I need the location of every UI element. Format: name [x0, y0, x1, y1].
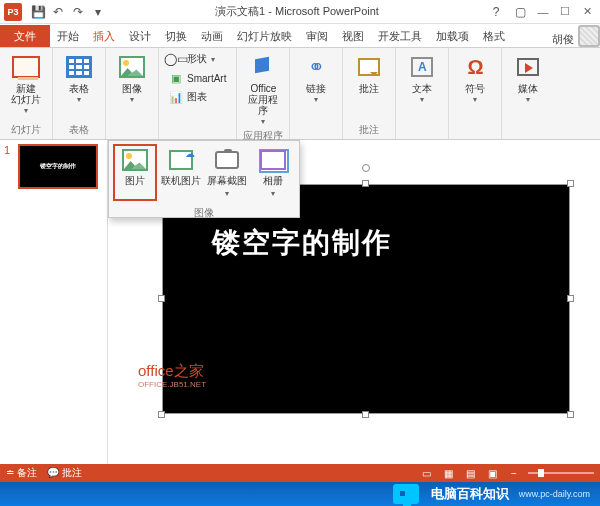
link-button[interactable]: ⚭ 链接 ▾ — [296, 50, 336, 106]
group-illustrations: ◯▭ 形状▾ ▣ SmartArt 📊 图表 — [159, 48, 237, 139]
thumbnail-text: 镂空字的制作 — [40, 162, 76, 171]
user-avatar[interactable] — [578, 25, 600, 47]
group-label-images — [112, 136, 152, 137]
banner-title: 电脑百科知识 — [431, 485, 509, 503]
watermark-url: OFFICE.JB51.NET — [138, 380, 206, 389]
chart-icon: 📊 — [169, 90, 183, 104]
close-button[interactable]: ✕ — [578, 4, 596, 20]
tab-transitions[interactable]: 切换 — [158, 25, 194, 47]
chart-button[interactable]: 📊 图表 — [165, 88, 230, 106]
table-button[interactable]: 表格 ▾ — [59, 50, 99, 106]
tab-animations[interactable]: 动画 — [194, 25, 230, 47]
user-name[interactable]: 胡俊 — [552, 32, 578, 47]
chevron-down-icon: ▾ — [473, 95, 477, 104]
photo-album-button[interactable]: 相册 ▾ — [251, 144, 295, 201]
group-text: A 文本 ▾ — [396, 48, 449, 139]
images-button[interactable]: 图像 ▾ — [112, 50, 152, 106]
zoom-slider[interactable] — [528, 472, 594, 474]
group-slides: 新建 幻灯片 ▾ 幻灯片 — [0, 48, 53, 139]
resize-handle-se[interactable] — [567, 411, 574, 418]
slide-thumbnail-panel: 1 镂空字的制作 — [0, 140, 108, 466]
help-icon[interactable]: ? — [486, 3, 506, 21]
screenshot-icon — [215, 151, 239, 169]
office-apps-button[interactable]: Office 应用程序 ▾ — [243, 50, 283, 128]
group-label-slides: 幻灯片 — [6, 122, 46, 137]
picture-from-file-button[interactable]: 图片 — [113, 144, 157, 201]
media-button[interactable]: 媒体 ▾ — [508, 50, 548, 106]
normal-view-icon[interactable]: ▭ — [418, 466, 434, 480]
resize-handle-e[interactable] — [567, 295, 574, 302]
ribbon-tabs: 文件 开始 插入 设计 切换 动画 幻灯片放映 审阅 视图 开发工具 加载项 格… — [0, 24, 600, 48]
shapes-button[interactable]: ◯▭ 形状▾ — [165, 50, 230, 68]
tab-slideshow[interactable]: 幻灯片放映 — [230, 25, 299, 47]
new-slide-button[interactable]: 新建 幻灯片 ▾ — [6, 50, 46, 117]
chevron-down-icon: ▾ — [24, 106, 28, 115]
online-picture-icon — [169, 150, 193, 170]
smartart-icon: ▣ — [169, 71, 183, 85]
resize-handle-n[interactable] — [362, 180, 369, 187]
banner-url: www.pc-daily.com — [519, 489, 590, 499]
slide-text-content: 镂空字的制作 — [212, 224, 392, 262]
office-apps-icon — [251, 56, 275, 78]
tab-addins[interactable]: 加载项 — [429, 25, 476, 47]
media-icon — [517, 58, 539, 76]
group-tables: 表格 ▾ 表格 — [53, 48, 106, 139]
group-images: 图像 ▾ — [106, 48, 159, 139]
resize-handle-ne[interactable] — [567, 180, 574, 187]
group-label-comments: 批注 — [349, 122, 389, 137]
shapes-icon: ◯▭ — [169, 52, 183, 66]
notes-button[interactable]: ≐ 备注 — [6, 466, 37, 480]
tab-design[interactable]: 设计 — [122, 25, 158, 47]
redo-icon[interactable]: ↷ — [68, 3, 88, 21]
title-bar: P3 💾 ↶ ↷ ▾ 演示文稿1 - Microsoft PowerPoint … — [0, 0, 600, 24]
tab-view[interactable]: 视图 — [335, 25, 371, 47]
slideshow-view-icon[interactable]: ▣ — [484, 466, 500, 480]
sorter-view-icon[interactable]: ▦ — [440, 466, 456, 480]
save-icon[interactable]: 💾 — [28, 3, 48, 21]
symbol-icon: Ω — [460, 52, 490, 82]
status-bar: ≐ 备注 💬 批注 ▭ ▦ ▤ ▣ − — [0, 464, 600, 482]
chevron-down-icon: ▾ — [526, 95, 530, 104]
picture-icon — [122, 149, 148, 171]
undo-icon[interactable]: ↶ — [48, 3, 68, 21]
slide-thumbnail[interactable]: 镂空字的制作 — [18, 144, 98, 189]
tab-format[interactable]: 格式 — [476, 25, 512, 47]
symbol-button[interactable]: Ω 符号 ▾ — [455, 50, 495, 106]
resize-handle-sw[interactable] — [158, 411, 165, 418]
smartart-button[interactable]: ▣ SmartArt — [165, 69, 230, 87]
chevron-down-icon: ▾ — [77, 95, 81, 104]
app-icon: P3 — [4, 3, 22, 21]
chevron-down-icon: ▾ — [261, 117, 265, 126]
screenshot-button[interactable]: 屏幕截图 ▾ — [205, 144, 249, 201]
text-icon: A — [411, 57, 433, 77]
ribbon: 新建 幻灯片 ▾ 幻灯片 表格 ▾ 表格 图像 ▾ — [0, 48, 600, 140]
group-comments: 批注 批注 — [343, 48, 396, 139]
text-button[interactable]: A 文本 ▾ — [402, 50, 442, 106]
album-icon — [260, 150, 286, 170]
resize-handle-s[interactable] — [362, 411, 369, 418]
tab-review[interactable]: 审阅 — [299, 25, 335, 47]
link-icon: ⚭ — [301, 52, 331, 82]
minimize-button[interactable]: — — [534, 4, 552, 20]
site-banner: 电脑百科知识 www.pc-daily.com — [0, 482, 600, 506]
comment-button[interactable]: 批注 — [349, 50, 389, 96]
ribbon-options-icon[interactable]: ▢ — [510, 3, 530, 21]
tab-home[interactable]: 开始 — [50, 25, 86, 47]
group-label-tables: 表格 — [59, 122, 99, 137]
group-label-illustrations — [165, 136, 230, 137]
slide-number: 1 — [4, 144, 14, 189]
resize-handle-w[interactable] — [158, 295, 165, 302]
new-slide-icon — [12, 56, 40, 78]
tab-file[interactable]: 文件 — [0, 25, 50, 47]
rotate-handle[interactable] — [362, 164, 370, 172]
reading-view-icon[interactable]: ▤ — [462, 466, 478, 480]
comments-button[interactable]: 💬 批注 — [47, 466, 82, 480]
tab-developer[interactable]: 开发工具 — [371, 25, 429, 47]
tab-insert[interactable]: 插入 — [86, 25, 122, 47]
maximize-button[interactable]: ☐ — [556, 4, 574, 20]
group-apps: Office 应用程序 ▾ 应用程序 — [237, 48, 290, 139]
zoom-out-icon[interactable]: − — [506, 466, 522, 480]
table-icon — [66, 56, 92, 78]
online-pictures-button[interactable]: 联机图片 — [159, 144, 203, 201]
qat-dropdown-icon[interactable]: ▾ — [88, 3, 108, 21]
